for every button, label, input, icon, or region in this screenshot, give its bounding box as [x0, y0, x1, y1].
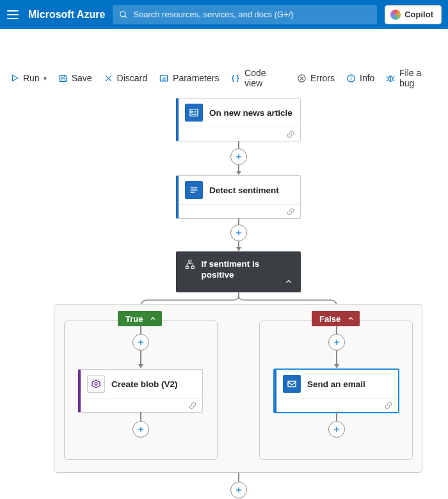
news-icon: [185, 104, 203, 122]
add-step-button[interactable]: [230, 148, 247, 165]
condition-icon: [185, 259, 195, 269]
designer-toolbar: Run▾ Save Discard @ Parameters Code view…: [0, 65, 448, 91]
search-icon: [119, 10, 128, 19]
save-button[interactable]: Save: [58, 73, 92, 83]
blob-storage-icon: [87, 375, 105, 393]
add-step-button[interactable]: [328, 421, 345, 438]
send-email-title: Send an email: [307, 379, 365, 389]
discard-button[interactable]: Discard: [104, 73, 147, 83]
arrow-icon: [236, 247, 241, 251]
condition-node[interactable]: If sentiment is positive: [176, 251, 301, 292]
connector: [238, 218, 239, 225]
svg-line-19: [387, 79, 388, 81]
svg-point-24: [191, 111, 193, 113]
svg-point-0: [120, 11, 125, 16]
arrow-icon: [236, 171, 241, 175]
connector: [140, 351, 141, 365]
code-view-button[interactable]: Code view: [230, 68, 285, 88]
trigger-node[interactable]: On new news article: [176, 98, 301, 141]
connector: [140, 412, 141, 421]
connector: [238, 141, 239, 148]
menu-icon[interactable]: [5, 7, 20, 22]
connector: [336, 412, 337, 421]
connector: [140, 326, 141, 334]
azure-header: Microsoft Azure Copilot: [0, 0, 448, 29]
add-step-button[interactable]: [230, 225, 247, 241]
svg-line-1: [125, 15, 127, 17]
global-search[interactable]: [113, 5, 377, 24]
svg-line-20: [394, 79, 395, 81]
connector: [336, 351, 337, 365]
send-email-node[interactable]: Send an email: [274, 369, 399, 413]
link-icon: [286, 130, 295, 139]
chevron-up-icon[interactable]: [284, 277, 293, 286]
errors-button[interactable]: Errors: [297, 73, 335, 83]
info-button[interactable]: Info: [346, 73, 374, 83]
svg-rect-37: [191, 266, 194, 268]
svg-line-18: [394, 76, 395, 77]
arrow-icon: [334, 364, 339, 368]
svg-rect-36: [186, 266, 188, 268]
svg-marker-2: [13, 75, 18, 81]
svg-line-17: [387, 76, 388, 77]
link-icon: [286, 207, 295, 216]
copilot-button[interactable]: Copilot: [385, 5, 442, 24]
svg-rect-46: [288, 381, 296, 387]
detect-sentiment-node[interactable]: Detect sentiment: [176, 175, 301, 219]
add-step-button[interactable]: [132, 334, 149, 351]
svg-text:@: @: [162, 75, 167, 81]
chevron-up-icon: [149, 315, 157, 322]
link-icon: [384, 401, 393, 410]
add-step-button[interactable]: [230, 482, 247, 498]
connector: [336, 326, 337, 334]
create-blob-node[interactable]: Create blob (V2): [78, 369, 203, 413]
condition-title: If sentiment is positive: [202, 259, 292, 281]
svg-marker-40: [92, 380, 100, 388]
link-icon: [188, 401, 197, 410]
parameters-button[interactable]: @ Parameters: [159, 73, 219, 83]
add-step-button[interactable]: [328, 334, 345, 351]
copilot-icon: [390, 10, 401, 20]
run-button[interactable]: Run▾: [10, 73, 47, 83]
chevron-down-icon: ▾: [44, 75, 47, 82]
brand-label: Microsoft Azure: [28, 9, 105, 20]
copilot-label: Copilot: [404, 10, 433, 19]
svg-rect-3: [61, 75, 64, 77]
svg-rect-4: [61, 79, 65, 81]
detect-sentiment-title: Detect sentiment: [209, 186, 279, 195]
false-branch-tag[interactable]: False: [312, 311, 360, 326]
create-blob-title: Create blob (V2): [111, 379, 178, 389]
chevron-up-icon: [347, 315, 355, 322]
file-bug-button[interactable]: File a bug: [386, 68, 438, 88]
search-input[interactable]: [133, 10, 371, 19]
outlook-icon: [283, 375, 301, 393]
arrow-icon: [138, 364, 143, 368]
svg-rect-35: [189, 260, 191, 262]
svg-point-14: [351, 76, 351, 77]
true-branch-tag[interactable]: True: [118, 311, 162, 326]
connector: [238, 473, 239, 482]
svg-point-41: [95, 383, 97, 385]
trigger-title: On new news article: [209, 108, 292, 118]
add-step-button[interactable]: [132, 421, 149, 438]
text-analytics-icon: [185, 181, 203, 199]
